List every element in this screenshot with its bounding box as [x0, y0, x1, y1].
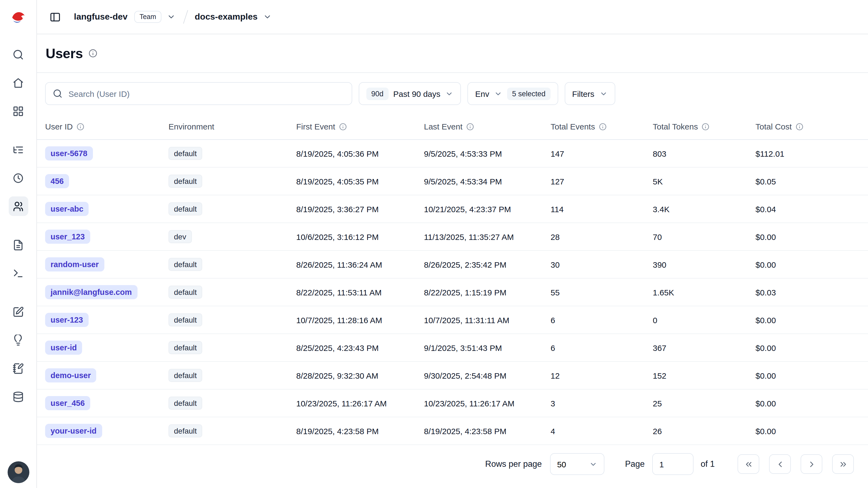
- table-header: User ID Environment First Event Last Eve…: [37, 114, 868, 140]
- user-id-badge[interactable]: random-user: [45, 257, 104, 271]
- org-name[interactable]: langfuse-dev: [74, 12, 127, 22]
- total-cost-cell: $0.00: [755, 399, 868, 408]
- table-row[interactable]: user-abc default 8/19/2025, 3:36:27 PM 1…: [37, 195, 868, 223]
- last-event-cell: 11/13/2025, 11:35:27 AM: [424, 232, 551, 241]
- org-switcher-button[interactable]: [166, 11, 177, 22]
- sidebar-item-list-tree[interactable]: [8, 140, 28, 160]
- chevron-down-icon: [445, 89, 454, 98]
- database-icon: [12, 391, 24, 402]
- info-icon[interactable]: [76, 123, 84, 130]
- user-id-badge[interactable]: demo-user: [45, 368, 96, 382]
- breadcrumb: langfuse-dev Team docs-examples: [74, 10, 273, 24]
- total-cost-cell: $0.00: [755, 371, 868, 380]
- user-id-badge[interactable]: jannik@langfuse.com: [45, 285, 137, 299]
- table-row[interactable]: 456 default 8/19/2025, 4:05:35 PM 9/5/20…: [37, 168, 868, 195]
- sidebar-toggle-button[interactable]: [45, 8, 64, 26]
- sidebar-item-lightbulb[interactable]: [8, 330, 28, 350]
- total-events-cell: 30: [551, 260, 653, 269]
- user-id-badge[interactable]: 456: [45, 174, 69, 188]
- chevron-right-icon: [807, 459, 816, 469]
- total-events-cell: 28: [551, 232, 653, 241]
- table-row[interactable]: jannik@langfuse.com default 8/22/2025, 1…: [37, 279, 868, 306]
- first-page-button[interactable]: [738, 454, 759, 474]
- pagination-bar: Rows per page 50 Page of 1: [37, 453, 868, 488]
- first-event-cell: 8/25/2025, 4:23:43 PM: [296, 343, 424, 352]
- total-cost-cell: $0.00: [755, 260, 868, 269]
- total-tokens-cell: 367: [653, 343, 755, 352]
- chevrons-left-icon: [744, 459, 753, 469]
- info-icon[interactable]: [466, 123, 474, 130]
- table-row[interactable]: random-user default 8/26/2025, 11:36:24 …: [37, 251, 868, 279]
- table-row[interactable]: user_456 default 10/23/2025, 11:26:17 AM…: [37, 390, 868, 417]
- first-event-cell: 10/23/2025, 11:26:17 AM: [296, 399, 424, 408]
- table-row[interactable]: your-user-id default 8/19/2025, 4:23:58 …: [37, 417, 868, 445]
- total-tokens-cell: 26: [653, 426, 755, 435]
- sidebar-item-users[interactable]: [8, 196, 28, 216]
- sidebar-item-grid[interactable]: [8, 101, 28, 121]
- avatar-photo: [7, 461, 29, 483]
- date-range-picker[interactable]: 90d Past 90 days: [359, 82, 461, 105]
- table-row[interactable]: user-id default 8/25/2025, 4:23:43 PM 9/…: [37, 334, 868, 362]
- table-row[interactable]: user-5678 default 8/19/2025, 4:05:36 PM …: [37, 140, 868, 168]
- filters-button[interactable]: Filters: [564, 82, 615, 105]
- user-id-badge[interactable]: user-123: [45, 313, 88, 327]
- column-header-first-event[interactable]: First Event: [296, 122, 424, 131]
- total-cost-cell: $0.00: [755, 232, 868, 241]
- column-header-total-tokens[interactable]: Total Tokens: [653, 122, 755, 131]
- table-row[interactable]: demo-user default 8/28/2025, 9:32:30 AM …: [37, 362, 868, 390]
- first-event-cell: 10/7/2025, 11:28:16 AM: [296, 315, 424, 324]
- search-icon: [53, 89, 62, 98]
- sidebar-item-file-text[interactable]: [8, 235, 28, 255]
- sidebar-item-database[interactable]: [8, 387, 28, 406]
- table-row[interactable]: user_123 dev 10/6/2025, 3:16:12 PM 11/13…: [37, 223, 868, 251]
- environment-filter[interactable]: Env 5 selected: [468, 82, 558, 105]
- column-header-user-id[interactable]: User ID: [45, 122, 168, 131]
- logo-box[interactable]: [0, 0, 36, 34]
- info-icon[interactable]: [88, 49, 97, 58]
- environment-badge: dev: [168, 230, 192, 243]
- project-switcher-button[interactable]: [262, 11, 273, 22]
- first-event-cell: 8/19/2025, 4:23:58 PM: [296, 426, 424, 435]
- user-id-badge[interactable]: user_123: [45, 230, 90, 244]
- sidebar-item-square-pen[interactable]: [8, 302, 28, 321]
- table-row[interactable]: user-123 default 10/7/2025, 11:28:16 AM …: [37, 306, 868, 334]
- user-id-badge[interactable]: user-id: [45, 341, 82, 355]
- org-type-badge: Team: [134, 11, 161, 23]
- last-event-cell: 10/7/2025, 11:31:11 AM: [424, 315, 551, 324]
- list-tree-icon: [12, 144, 24, 155]
- total-tokens-cell: 152: [653, 371, 755, 380]
- sidebar-item-notebook-pen[interactable]: [8, 358, 28, 378]
- info-icon[interactable]: [702, 123, 709, 130]
- last-event-cell: 10/21/2025, 4:23:37 PM: [424, 204, 551, 213]
- last-page-button[interactable]: [832, 454, 854, 474]
- next-page-button[interactable]: [801, 454, 823, 474]
- page-header: Users: [37, 34, 868, 73]
- user-id-badge[interactable]: user-5678: [45, 146, 93, 161]
- column-header-last-event[interactable]: Last Event: [424, 122, 551, 131]
- environment-badge: default: [168, 175, 202, 188]
- sidebar-item-search[interactable]: [8, 45, 28, 64]
- page-number-input[interactable]: [652, 453, 693, 475]
- sidebar-item-home[interactable]: [8, 73, 28, 92]
- file-text-icon: [12, 239, 24, 251]
- sidebar-item-terminal[interactable]: [8, 263, 28, 283]
- column-header-total-events[interactable]: Total Events: [551, 122, 653, 131]
- user-id-badge[interactable]: user_456: [45, 396, 90, 410]
- user-id-badge[interactable]: user-abc: [45, 202, 89, 216]
- info-icon[interactable]: [599, 123, 606, 130]
- info-icon[interactable]: [339, 123, 346, 130]
- user-id-badge[interactable]: your-user-id: [45, 424, 102, 438]
- sidebar-item-clock[interactable]: [8, 168, 28, 188]
- panel-left-icon: [49, 11, 61, 23]
- first-event-cell: 8/26/2025, 11:36:24 AM: [296, 260, 424, 269]
- column-header-total-cost[interactable]: Total Cost: [755, 122, 868, 131]
- column-header-environment[interactable]: Environment: [168, 122, 296, 131]
- search-input[interactable]: [68, 89, 345, 98]
- previous-page-button[interactable]: [769, 454, 791, 474]
- project-name[interactable]: docs-examples: [195, 12, 258, 22]
- langfuse-logo-icon: [10, 9, 26, 25]
- users-icon: [12, 200, 24, 212]
- info-icon[interactable]: [796, 123, 803, 130]
- user-avatar[interactable]: [7, 461, 29, 483]
- rows-per-page-select[interactable]: 50: [550, 453, 604, 475]
